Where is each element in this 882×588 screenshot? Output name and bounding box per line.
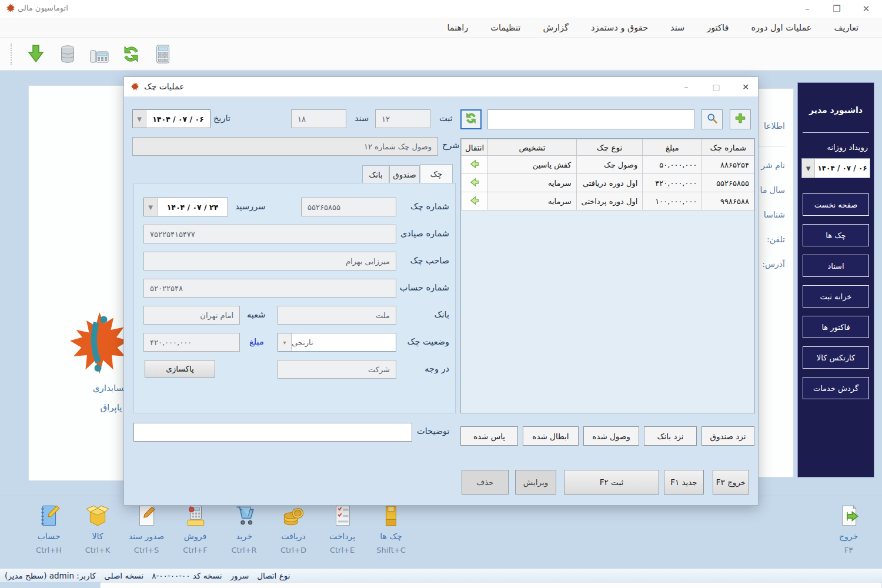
shortcut-exit[interactable]: خروج F۳ xyxy=(823,501,874,554)
menu-document[interactable]: سند xyxy=(670,23,684,32)
new-button[interactable]: جدید F۱ xyxy=(664,470,704,495)
status-cleared-button[interactable]: پاس شده xyxy=(460,426,518,446)
description-field[interactable]: وصول چک شماره ۱۲ xyxy=(132,137,438,156)
col-cheque-number[interactable]: شماره چک xyxy=(702,139,754,156)
minimize-button[interactable]: – xyxy=(799,2,816,15)
sidebar-item-cheques[interactable]: چک ها xyxy=(803,224,869,246)
fax-icon[interactable] xyxy=(88,43,111,65)
sidebar-date-value: ۱۴۰۴ / ۰۷ / ۰۶ xyxy=(815,159,870,178)
shortcut-issue-document[interactable]: صدور سند Ctrl+S xyxy=(121,501,172,554)
col-cheque-type[interactable]: نوع چک xyxy=(576,139,643,156)
table-row[interactable]: ۹۹۸۶۵۸۸ ۱۰۰,۰۰۰,۰۰۰ اول دوره پرداختی سرم… xyxy=(462,192,754,211)
menu-help[interactable]: راهنما xyxy=(447,23,468,32)
shortcut-payment[interactable]: پرداخت Ctrl+E xyxy=(317,501,368,554)
server-label: سرور xyxy=(230,571,249,580)
shortcut-label: صدور سند xyxy=(121,532,172,541)
transfer-arrow-icon[interactable] xyxy=(462,174,488,192)
sabt-number-field[interactable]: ۱۲ xyxy=(375,109,430,128)
chevron-down-icon[interactable]: ▼ xyxy=(144,198,158,216)
document-date-picker[interactable]: ▼ ۱۴۰۴ / ۰۷ / ۰۶ xyxy=(132,109,211,128)
account-number-field[interactable]: ۵۲۰۲۲۵۴۸ xyxy=(143,279,396,298)
menu-settings[interactable]: تنظیمات xyxy=(490,23,520,32)
cell-amount: ۵۰,۰۰۰,۰۰۰ xyxy=(643,156,702,174)
shortcut-keys: Ctrl+H xyxy=(24,546,74,554)
dialog-leaf-icon xyxy=(130,82,140,94)
sidebar-item-treasury[interactable]: خزانه ثبت xyxy=(803,285,869,308)
status-collected-button[interactable]: وصول شده xyxy=(583,426,639,446)
shortcut-receive[interactable]: دریافت Ctrl+D xyxy=(268,501,319,554)
menu-definitions[interactable]: تعاریف xyxy=(834,23,859,32)
menu-payroll[interactable]: حقوق و دستمزد xyxy=(591,23,648,32)
add-button[interactable] xyxy=(730,109,751,129)
sayadi-number-field[interactable]: ۷۵۲۲۵۴۱۵۴۷۷ xyxy=(143,225,396,243)
branch-field[interactable]: امام تهران xyxy=(143,306,240,325)
menu-opening-operations[interactable]: عملیات اول دوره xyxy=(751,23,811,32)
chevron-down-icon[interactable]: ▾ xyxy=(278,333,292,351)
sidebar-date-picker[interactable]: ▼ ۱۴۰۴ / ۰۷ / ۰۶ xyxy=(801,158,870,178)
database-icon[interactable] xyxy=(56,43,79,65)
notes-field[interactable] xyxy=(133,423,412,442)
window-titlebar: اتوماسیون مالی – ❐ ✕ xyxy=(0,0,882,18)
shortcut-keys: Ctrl+D xyxy=(268,546,319,554)
transfer-arrow-icon[interactable] xyxy=(462,192,488,211)
due-date-picker[interactable]: ▼ ۱۴۰۴ / ۰۷ / ۲۴ xyxy=(143,198,228,216)
cheque-owner-field[interactable]: میرزایی بهرام xyxy=(143,252,396,270)
exit-button[interactable]: خروج F۳ xyxy=(713,470,749,495)
sidebar-item-documents[interactable]: اسناد xyxy=(803,255,869,277)
window-title: اتوماسیون مالی xyxy=(18,4,68,12)
table-row[interactable]: ۵۵۲۶۵۸۵۵ ۴۲۰,۰۰۰,۰۰۰ اول دوره دریافتی سر… xyxy=(462,174,754,192)
sidebar-item-home[interactable]: صفحه نخست xyxy=(803,193,869,216)
restore-button[interactable]: ❐ xyxy=(828,2,846,15)
refresh-icon[interactable] xyxy=(120,43,142,65)
shortcut-goods[interactable]: کالا Ctrl+K xyxy=(72,501,123,554)
tab-bank[interactable]: بانک xyxy=(362,165,389,183)
tab-cashbox[interactable]: صندوق xyxy=(389,165,420,183)
dialog-minimize-button[interactable]: – xyxy=(678,81,694,93)
shortcut-cheques[interactable]: چک ها Shift+C xyxy=(366,501,416,554)
shortcut-account[interactable]: حساب Ctrl+H xyxy=(24,501,74,554)
delete-button[interactable]: حذف xyxy=(462,470,509,495)
shortcut-purchase[interactable]: خرید Ctrl+R xyxy=(219,501,269,554)
sanad-number-field[interactable]: ۱۸ xyxy=(291,109,346,128)
status-at-bank-button[interactable]: نزد بانک xyxy=(644,426,697,446)
search-button[interactable] xyxy=(701,109,723,129)
sidebar-item-invoices[interactable]: فاکتور ها xyxy=(803,316,869,338)
refresh-list-button[interactable] xyxy=(460,109,482,129)
col-detection[interactable]: تشخیص xyxy=(488,139,576,156)
chevron-down-icon[interactable]: ▼ xyxy=(802,159,815,178)
download-icon[interactable] xyxy=(25,43,47,65)
status-at-cashbox-button[interactable]: نزد صندوق xyxy=(701,426,754,446)
transfer-arrow-icon[interactable] xyxy=(462,156,488,174)
goods-box-icon xyxy=(72,501,123,528)
cell-amount: ۴۲۰,۰۰۰,۰۰۰ xyxy=(643,174,702,192)
cell-cheque-type: وصول چک xyxy=(576,156,643,174)
table-row[interactable]: ۸۸۶۵۲۵۴ ۵۰,۰۰۰,۰۰۰ وصول چک کفش یاسین xyxy=(462,156,754,174)
dialog-close-button[interactable]: ✕ xyxy=(737,81,754,93)
menu-invoice[interactable]: فاکتور xyxy=(707,23,729,32)
col-transfer[interactable]: انتقال xyxy=(462,139,488,156)
payee-field[interactable]: شرکت xyxy=(278,360,396,379)
chevron-down-icon[interactable]: ▼ xyxy=(133,110,146,128)
menu-report[interactable]: گزارش xyxy=(543,23,569,32)
calculator-icon[interactable] xyxy=(152,43,174,65)
cheque-number-field[interactable]: ۵۵۲۶۵۸۵۵ xyxy=(301,198,396,216)
search-input[interactable] xyxy=(487,109,694,129)
account-book-icon xyxy=(24,501,74,528)
sidebar-item-goods-cardex[interactable]: کارتکس کالا xyxy=(803,346,869,369)
clear-button[interactable]: پاکسازی xyxy=(145,360,215,377)
shortcut-label: چک ها xyxy=(366,532,416,541)
col-amount[interactable]: مبلغ xyxy=(643,139,702,156)
cheque-status-dropdown[interactable]: ▾ نارنجی xyxy=(278,333,396,352)
save-button[interactable]: ثبت F۲ xyxy=(564,470,659,495)
sidebar-item-services-flow[interactable]: گردش خدمات xyxy=(803,377,869,399)
close-button[interactable]: ✕ xyxy=(857,2,875,15)
status-voided-button[interactable]: ابطال شده xyxy=(523,426,579,446)
edit-button[interactable]: ویرایش xyxy=(515,470,556,495)
bank-field[interactable]: ملت xyxy=(278,306,396,325)
shortcut-sale[interactable]: فروش Ctrl+F xyxy=(170,501,220,554)
cheque-operations-dialog: عملیات چک – ▢ ✕ ▼ ۱۴۰۴ / ۰۷ / ۰۶ تاریخ ۱… xyxy=(123,76,759,506)
tab-cheque[interactable]: چک xyxy=(420,164,453,183)
amount-field[interactable]: ۴۲۰,۰۰۰,۰۰۰ xyxy=(143,333,240,352)
exit-door-icon xyxy=(823,501,874,528)
dialog-maximize-button[interactable]: ▢ xyxy=(708,81,724,93)
